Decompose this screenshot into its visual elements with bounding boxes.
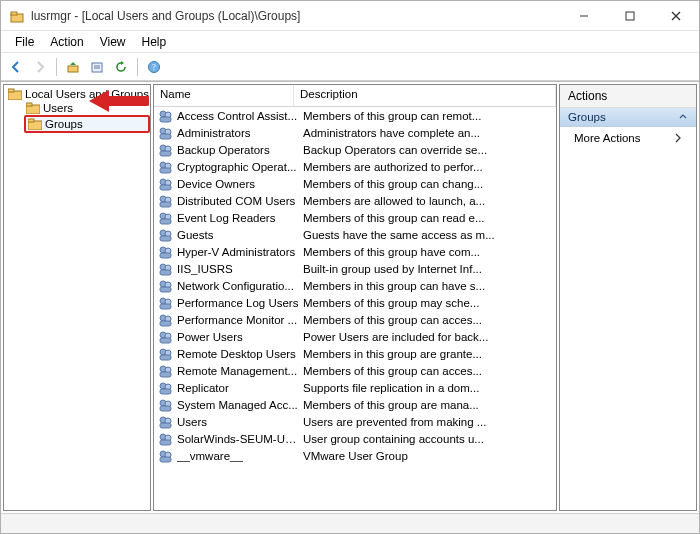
list-row[interactable]: Device OwnersMembers of this group can c… [154,175,556,192]
group-icon [158,177,173,191]
menu-view[interactable]: View [92,33,134,51]
svg-rect-59 [160,338,171,343]
properties-button[interactable] [86,56,108,78]
minimize-button[interactable] [561,1,607,31]
tree-node-groups[interactable]: Groups [24,115,150,133]
svg-rect-50 [160,287,171,292]
window-title: lusrmgr - [Local Users and Groups (Local… [31,9,561,23]
row-description: Members in this group are grante... [299,348,552,360]
row-name: Event Log Readers [177,212,299,224]
back-button[interactable] [5,56,27,78]
svg-rect-6 [68,66,78,72]
svg-rect-62 [160,355,171,360]
list-row[interactable]: Event Log ReadersMembers of this group c… [154,209,556,226]
list-row[interactable]: Performance Log UsersMembers of this gro… [154,294,556,311]
list-row[interactable]: Backup OperatorsBackup Operators can ove… [154,141,556,158]
svg-rect-29 [160,168,171,173]
list-row[interactable]: Distributed COM UsersMembers are allowed… [154,192,556,209]
svg-rect-32 [160,185,171,190]
row-description: Supports file replication in a dom... [299,382,552,394]
statusbar [1,513,699,533]
list-row[interactable]: ReplicatorSupports file replication in a… [154,379,556,396]
row-name: Remote Management... [177,365,299,377]
row-description: Members of this group can acces... [299,365,552,377]
group-icon [158,296,173,310]
row-description: VMware User Group [299,450,552,462]
tree-pane[interactable]: Local Users and Groups (Local) UsersGrou… [3,84,151,511]
window-controls [561,1,699,31]
list-row[interactable]: Performance Monitor ...Members of this g… [154,311,556,328]
row-description: Members of this group have com... [299,246,552,258]
group-icon [158,432,173,446]
svg-rect-80 [160,457,171,462]
menu-action[interactable]: Action [42,33,91,51]
menu-help[interactable]: Help [134,33,175,51]
tree-node-root[interactable]: Local Users and Groups (Local) [6,87,150,101]
list-row[interactable]: UsersUsers are prevented from making ... [154,413,556,430]
row-name: Guests [177,229,299,241]
group-icon [158,194,173,208]
row-description: Members of this group can remot... [299,110,552,122]
refresh-button[interactable] [110,56,132,78]
group-icon [158,415,173,429]
svg-rect-1 [11,12,17,15]
list-row[interactable]: Hyper-V AdministratorsMembers of this gr… [154,243,556,260]
row-name: Cryptographic Operat... [177,161,299,173]
folder-icon [28,118,42,130]
row-description: Members of this group can read e... [299,212,552,224]
list-row[interactable]: SolarWinds-SEUM-Us...User group containi… [154,430,556,447]
row-name: Performance Monitor ... [177,314,299,326]
group-icon [158,126,173,140]
row-description: Built-in group used by Internet Inf... [299,263,552,275]
group-icon [158,143,173,157]
tree-root: Local Users and Groups (Local) UsersGrou… [4,85,150,133]
tree-node-label: Users [43,102,73,114]
svg-rect-71 [160,406,171,411]
row-name: SolarWinds-SEUM-Us... [177,433,299,445]
list-row[interactable]: System Managed Acc...Members of this gro… [154,396,556,413]
menu-file[interactable]: File [7,33,42,51]
row-description: Members of this group can chang... [299,178,552,190]
up-button[interactable] [62,56,84,78]
actions-section[interactable]: Groups [560,108,696,127]
titlebar: lusrmgr - [Local Users and Groups (Local… [1,1,699,31]
row-name: Performance Log Users [177,297,299,309]
list-row[interactable]: IIS_IUSRSBuilt-in group used by Internet… [154,260,556,277]
help-button[interactable]: ? [143,56,165,78]
list-body[interactable]: Access Control Assist...Members of this … [154,107,556,510]
list-row[interactable]: Remote Management...Members of this grou… [154,362,556,379]
list-row[interactable]: Network Configuratio...Members in this g… [154,277,556,294]
body: Local Users and Groups (Local) UsersGrou… [1,81,699,513]
actions-item-label: More Actions [574,132,640,144]
group-icon [158,347,173,361]
list-header: Name Description [154,85,556,107]
list-row[interactable]: Remote Desktop UsersMembers in this grou… [154,345,556,362]
tree-node-users[interactable]: Users [24,101,150,115]
row-name: __vmware__ [177,450,299,462]
svg-rect-20 [160,117,171,122]
actions-pane: Actions Groups More Actions [559,84,697,511]
svg-rect-38 [160,219,171,224]
close-button[interactable] [653,1,699,31]
column-description[interactable]: Description [294,85,556,106]
group-icon [158,245,173,259]
window: lusrmgr - [Local Users and Groups (Local… [0,0,700,534]
svg-rect-77 [160,440,171,445]
actions-item[interactable]: More Actions [560,127,696,149]
list-row[interactable]: Access Control Assist...Members of this … [154,107,556,124]
list-row[interactable]: GuestsGuests have the same access as m..… [154,226,556,243]
list-row[interactable]: Power UsersPower Users are included for … [154,328,556,345]
row-name: Power Users [177,331,299,343]
list-row[interactable]: __vmware__VMware User Group [154,447,556,464]
forward-button[interactable] [29,56,51,78]
svg-rect-44 [160,253,171,258]
group-icon [158,211,173,225]
column-name[interactable]: Name [154,85,294,106]
actions-section-label: Groups [568,111,606,123]
row-name: System Managed Acc... [177,399,299,411]
list-row[interactable]: AdministratorsAdministrators have comple… [154,124,556,141]
list-row[interactable]: Cryptographic Operat...Members are autho… [154,158,556,175]
menubar: FileActionViewHelp [1,31,699,53]
svg-rect-23 [160,134,171,139]
maximize-button[interactable] [607,1,653,31]
